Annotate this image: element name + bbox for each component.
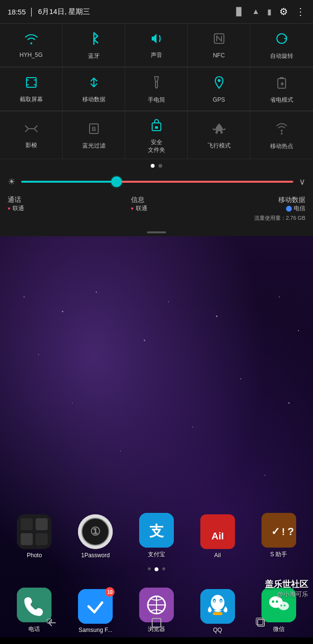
autorotate-icon <box>275 32 288 49</box>
svg-rect-28 <box>36 533 48 545</box>
samsung-badge: 10 <box>105 587 115 597</box>
tiles-row-2: 截取屏幕 移动数据 手电筒 GPS 省电模式 <box>0 67 313 111</box>
app-label-photo: Photo <box>27 552 42 559</box>
battery-status-icon: ▮ <box>267 7 272 16</box>
tile-airplane-label: 飞行模式 <box>208 142 231 150</box>
heart-icon-1: ♥ <box>8 206 11 211</box>
tile-bluetooth-label: 蓝牙 <box>88 53 100 60</box>
tile-cinema-label: 影梭 <box>26 142 37 149</box>
app-label-alipay: 支付宝 <box>148 550 165 559</box>
status-bar: 18:55 │ 6月14日, 星期三 ▐▌ ▲ ▮ ⚙ ⋮ <box>0 0 313 23</box>
svg-text:AiI: AiI <box>211 531 224 541</box>
sim-message-title: 信息 <box>131 196 147 204</box>
airplane-icon <box>212 122 226 138</box>
more-icon[interactable]: ⋮ <box>296 6 305 17</box>
data-usage: 流量使用量：2.76 GB <box>254 215 305 222</box>
tile-cinema[interactable]: 影梭 <box>0 111 63 159</box>
watermark-sub: @小海可乐 <box>265 590 308 599</box>
page-dots <box>0 159 313 173</box>
home-dot-3 <box>162 567 165 570</box>
settings-icon[interactable]: ⚙ <box>279 6 288 17</box>
gps-icon <box>213 76 225 93</box>
tile-powersaving[interactable]: 省电模式 <box>250 67 313 111</box>
brightness-control[interactable]: ☀ ∨ <box>0 173 313 191</box>
svg-text:✓: ✓ <box>271 525 280 537</box>
bluelight-icon: B <box>88 122 100 138</box>
brightness-icon: ☀ <box>8 176 15 187</box>
tile-bluelight[interactable]: B 蓝光过滤 <box>63 111 125 159</box>
svg-rect-26 <box>36 518 48 530</box>
tile-wifi-label: HYH_5G <box>19 52 42 59</box>
back-button[interactable] <box>38 613 66 632</box>
tiles-row-3: 影梭 B 蓝光过滤 安全 文件夹 飞行模式 移动热 <box>0 111 313 159</box>
sound-icon <box>150 33 163 48</box>
dot-1[interactable] <box>151 164 155 168</box>
tile-powersaving-label: 省电模式 <box>270 96 293 104</box>
svg-point-57 <box>284 604 286 606</box>
brightness-thumb[interactable] <box>111 176 122 187</box>
bottom-nav <box>0 608 313 637</box>
home-dot-2 <box>155 567 158 571</box>
tile-bluetooth[interactable]: 蓝牙 <box>63 24 125 67</box>
app-label-sassistant: S 助手 <box>270 550 287 559</box>
app-label-1password: 1Password <box>81 552 110 559</box>
tile-screenshot[interactable]: 截取屏幕 <box>0 67 63 111</box>
tile-hotspot[interactable]: 移动热点 <box>250 111 313 159</box>
screenshot-icon <box>25 76 38 92</box>
app-icon-sassistant: ✓!? <box>261 513 296 548</box>
svg-text:①: ① <box>90 525 101 538</box>
app-sassistant[interactable]: ✓!? S 助手 <box>255 513 303 559</box>
home-screen: Photo ① 1Password 支 支付宝 AiI AiI ✓!? <box>0 236 313 637</box>
app-icon-photo <box>17 514 52 549</box>
svg-point-56 <box>280 604 282 606</box>
cinema-icon <box>25 123 38 138</box>
tile-hotspot-label: 移动热点 <box>270 143 293 150</box>
tile-sound[interactable]: 声音 <box>125 24 188 67</box>
brightness-slider[interactable] <box>21 181 293 183</box>
drag-handle[interactable] <box>0 228 313 236</box>
nfc-icon <box>213 32 225 48</box>
notification-panel: HYH_5G 蓝牙 声音 NFC 自动旋转 <box>0 23 313 236</box>
sim-data-carrier: 电信 <box>286 204 305 213</box>
svg-point-55 <box>275 601 278 603</box>
app-icon-all: AiI <box>200 514 235 549</box>
tile-wifi[interactable]: HYH_5G <box>0 24 63 67</box>
tile-gps-label: GPS <box>213 96 225 104</box>
app-label-all: AiI <box>214 552 221 559</box>
status-left: 18:55 │ 6月14日, 星期三 <box>8 7 90 16</box>
tile-nfc[interactable]: NFC <box>188 24 250 67</box>
app-all[interactable]: AiI AiI <box>194 514 242 559</box>
app-1password[interactable]: ① 1Password <box>71 514 119 559</box>
status-right: ▐▌ ▲ ▮ ⚙ ⋮ <box>233 6 305 17</box>
status-date: 6月14日, 星期三 <box>38 7 90 16</box>
svg-point-49 <box>220 600 222 602</box>
svg-rect-60 <box>258 619 264 626</box>
app-alipay[interactable]: 支 支付宝 <box>132 513 181 559</box>
sim-message-carrier: ♥ 联通 <box>131 204 147 213</box>
tile-flashlight[interactable]: 手电筒 <box>125 67 188 111</box>
carrier-icon <box>286 206 292 212</box>
app-photo[interactable]: Photo <box>10 514 58 559</box>
app-row-1: Photo ① 1Password 支 支付宝 AiI AiI ✓!? <box>0 513 313 559</box>
svg-point-48 <box>213 600 215 602</box>
tile-airplane[interactable]: 飞行模式 <box>188 111 250 159</box>
tile-autorotate[interactable]: 自动旋转 <box>250 24 313 67</box>
svg-text:支: 支 <box>149 523 164 539</box>
flashlight-icon <box>151 76 162 93</box>
recents-button[interactable] <box>247 613 275 632</box>
drag-handle-bar <box>147 231 166 233</box>
sim-call-carrier: ♥ 联通 <box>8 204 24 213</box>
tile-sound-label: 声音 <box>151 52 162 59</box>
svg-rect-59 <box>152 618 161 627</box>
home-button[interactable] <box>142 613 171 632</box>
brightness-expand-icon[interactable]: ∨ <box>299 176 305 187</box>
wifi-status-icon: ▲ <box>252 7 260 16</box>
tile-securefolder[interactable]: 安全 文件夹 <box>125 111 188 159</box>
tile-mobiledata[interactable]: 移动数据 <box>63 67 125 111</box>
dot-2[interactable] <box>158 164 162 168</box>
tile-gps[interactable]: GPS <box>188 67 250 111</box>
bluetooth-icon <box>89 32 99 49</box>
sim-info-row: 通话 ♥ 联通 信息 ♥ 联通 移动数据 电信 流量使用量：2.76 GB <box>0 191 313 228</box>
svg-rect-1 <box>26 78 36 87</box>
securefolder-icon <box>150 118 163 135</box>
